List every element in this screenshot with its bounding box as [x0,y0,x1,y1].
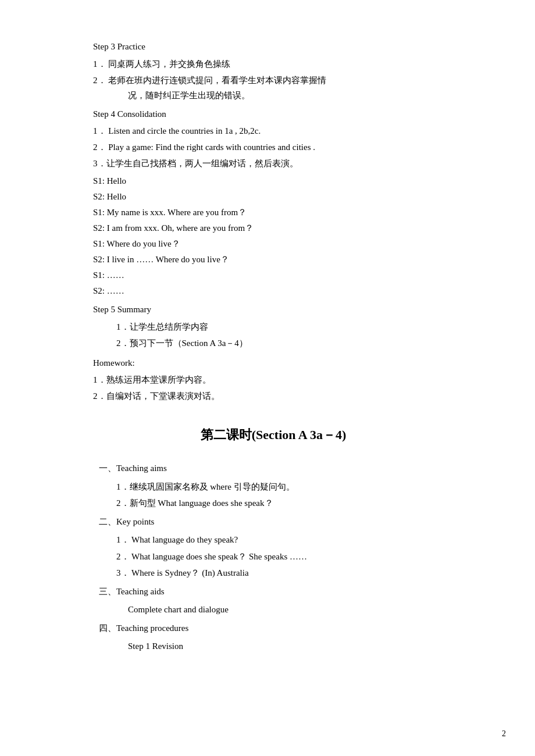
homework-item2: 2．自编对话，下堂课表演对话。 [93,389,454,403]
homework-item1: 1．熟练运用本堂课所学内容。 [93,373,454,387]
homework-section: Homework: 1．熟练运用本堂课所学内容。 2．自编对话，下堂课表演对话。 [93,356,454,404]
dialogue-s1-dots: S1: …… [93,268,454,282]
key-points-header: 二、Key points [99,515,454,530]
step3-item1: 1． 同桌两人练习，并交换角色操练 [93,57,454,71]
key-points: 二、Key points 1． What language do they sp… [99,515,454,581]
teaching-aims: 一、Teaching aims 1．继续巩固国家名称及 where 引导的疑问句… [99,461,454,511]
page: Step 3 Practice 1． 同桌两人练习，并交换角色操练 2． 老师在… [0,0,535,756]
teaching-aids: 三、Teaching aids Complete chart and dialo… [99,584,454,618]
teaching-aids-header: 三、Teaching aids [99,584,454,600]
teaching-procedures: 四、Teaching procedures Step 1 Revision [99,621,454,654]
dialogue-s1-hello: S1: Hello [93,174,454,188]
homework-header: Homework: [93,356,454,371]
step5-header: Step 5 Summary [93,302,454,318]
step4-item3: 3．让学生自己找搭档，两人一组编对话，然后表演。 [93,156,454,170]
aims-item1: 1．继续巩固国家名称及 where 引导的疑问句。 [99,480,454,495]
aims-item2: 2．新句型 What language does she speak？ [99,496,454,511]
page-number: 2 [502,729,506,739]
step5-item2: 2．预习下一节（Section A 3a－4） [93,336,454,350]
dialogue-section: S1: Hello S2: Hello S1: My name is xxx. … [93,174,454,298]
key-item2: 2． What language does she speak？ She spe… [99,550,454,565]
dialogue-s1-name: S1: My name is xxx. Where are you from？ [93,205,454,219]
step3-item2: 2． 老师在班内进行连锁式提问，看看学生对本课内容掌握情 [93,73,454,87]
teaching-aids-item: Complete chart and dialogue [99,602,454,618]
step3-item2-cont: 况，随时纠正学生出现的错误。 [93,88,454,102]
step4-header: Step 4 Consolidation [93,107,454,122]
dialogue-s2-live: S2: I live in …… Where do you live？ [93,252,454,266]
dialogue-s2-hello: S2: Hello [93,190,454,204]
step4-item1: 1． Listen and circle the countries in 1a… [93,124,454,138]
dialogue-s1-live: S1: Where do you live？ [93,237,454,251]
dialogue-s2-dots: S2: …… [93,284,454,298]
key-item3: 3． Where is Sydney？ (In) Australia [99,566,454,581]
step5-item1: 1．让学生总结所学内容 [93,320,454,334]
step3-section: Step 3 Practice 1． 同桌两人练习，并交换角色操练 2． 老师在… [93,40,454,102]
step1-label: Step 1 Revision [99,639,454,654]
section-title-english: (Section A 3a－4) [252,427,347,442]
section-title-text: 第二课时 [201,427,252,442]
step4-item2: 2． Play a game: Find the right cards wit… [93,140,454,154]
teaching-aims-header: 一、Teaching aims [99,461,454,476]
step4-section: Step 4 Consolidation 1． Listen and circl… [93,107,454,298]
key-item1: 1． What language do they speak? [99,533,454,548]
second-lesson-content: 一、Teaching aims 1．继续巩固国家名称及 where 引导的疑问句… [99,461,454,654]
step5-section: Step 5 Summary 1．让学生总结所学内容 2．预习下一节（Secti… [93,302,454,350]
teaching-procedures-header: 四、Teaching procedures [99,621,454,636]
section-title: 第二课时(Section A 3a－4) [93,426,454,444]
step3-header: Step 3 Practice [93,40,454,55]
dialogue-s2-from: S2: I am from xxx. Oh, where are you fro… [93,221,454,235]
